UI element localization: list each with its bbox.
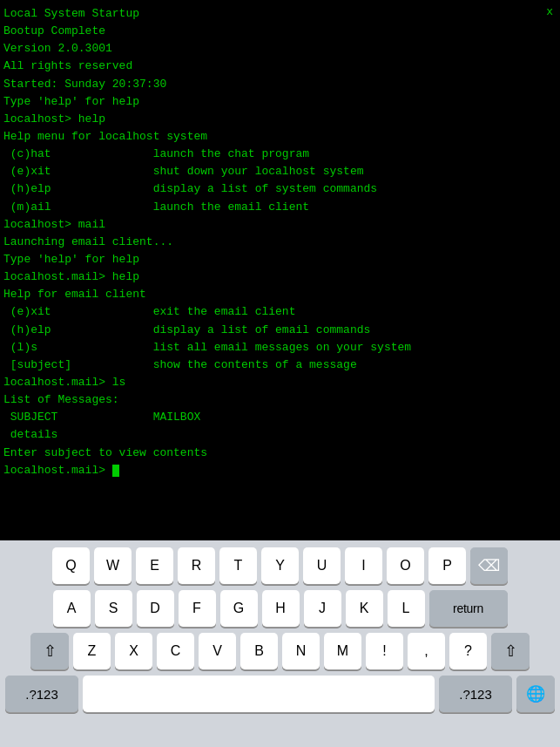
emoji-key[interactable]: 🌐 [516, 676, 555, 712]
key-c[interactable]: C [157, 633, 194, 669]
key-j[interactable]: J [304, 590, 341, 627]
key-s[interactable]: S [95, 590, 132, 627]
backspace-key[interactable]: ⌫ [470, 547, 508, 584]
keyboard-row-3: ⇧ Z X C V B N M ! , ? ⇧ [3, 633, 557, 669]
space-key[interactable] [83, 676, 435, 712]
key-d[interactable]: D [137, 590, 174, 627]
key-z[interactable]: Z [73, 633, 111, 669]
key-v[interactable]: V [199, 633, 236, 669]
key-m[interactable]: M [324, 633, 361, 669]
key-w[interactable]: W [94, 547, 132, 584]
key-b[interactable]: B [240, 633, 278, 669]
key-h[interactable]: H [262, 590, 300, 627]
key-a[interactable]: A [53, 590, 91, 627]
key-u[interactable]: U [303, 547, 341, 584]
shift-left-key[interactable]: ⇧ [30, 633, 69, 669]
keyboard-row-2: A S D F G H J K L return [3, 590, 557, 627]
key-q[interactable]: Q [52, 547, 90, 584]
close-button[interactable]: x [546, 3, 553, 21]
key-f[interactable]: F [179, 590, 216, 627]
key-t[interactable]: T [219, 547, 257, 584]
key-comma[interactable]: , [408, 633, 445, 669]
key-p[interactable]: P [428, 547, 466, 584]
keyboard: Q W E R T Y U I O P ⌫ A S D F G H J K L … [0, 540, 560, 747]
key-question[interactable]: ? [449, 633, 487, 669]
key-o[interactable]: O [387, 547, 424, 584]
numeric-left-key[interactable]: .?123 [5, 676, 78, 712]
key-k[interactable]: K [346, 590, 383, 627]
key-exclaim[interactable]: ! [366, 633, 403, 669]
key-g[interactable]: G [220, 590, 258, 627]
key-n[interactable]: N [282, 633, 320, 669]
key-e[interactable]: E [136, 547, 173, 584]
key-r[interactable]: R [178, 547, 215, 584]
key-i[interactable]: I [345, 547, 382, 584]
terminal-output: Local System Startup Bootup Complete Ver… [3, 5, 555, 479]
terminal-screen: x Local System Startup Bootup Complete V… [0, 0, 560, 540]
key-y[interactable]: Y [261, 547, 299, 584]
return-key[interactable]: return [429, 590, 508, 627]
keyboard-row-bottom: .?123 .?123 🌐 [3, 676, 557, 712]
keyboard-row-1: Q W E R T Y U I O P ⌫ [3, 547, 557, 584]
shift-right-key[interactable]: ⇧ [491, 633, 530, 669]
key-l[interactable]: L [388, 590, 425, 627]
numeric-right-key[interactable]: .?123 [439, 676, 512, 712]
key-x[interactable]: X [115, 633, 152, 669]
